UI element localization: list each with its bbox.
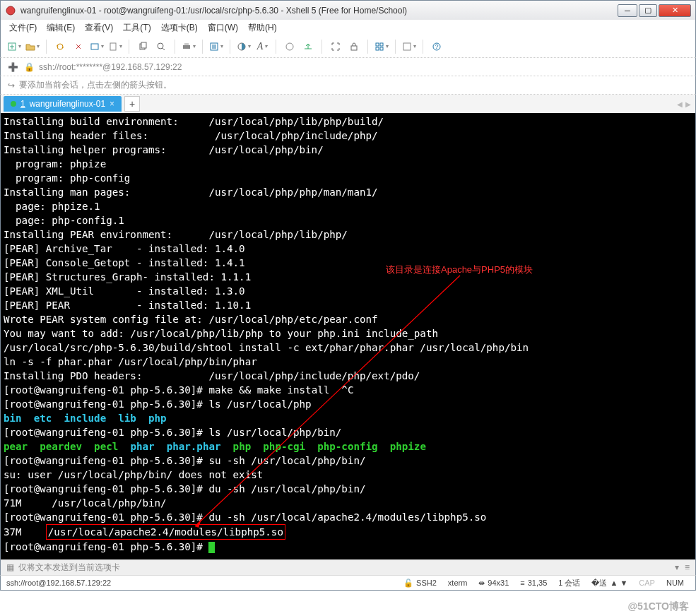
status-bar: ssh://root@192.168.57.129:22 🔓SSH2 xterm… bbox=[0, 575, 696, 591]
connected-indicator-icon bbox=[11, 101, 16, 107]
lock-icon: 🔒 bbox=[24, 62, 35, 72]
add-tab-button[interactable]: + bbox=[124, 96, 140, 112]
font-button[interactable]: A bbox=[254, 39, 270, 54]
disconnect-button[interactable] bbox=[71, 39, 86, 54]
script-button[interactable] bbox=[401, 39, 417, 54]
svg-rect-16 bbox=[380, 47, 383, 50]
send-icon[interactable]: ▦ bbox=[6, 562, 14, 572]
window-buttons: ─ ▢ ✕ bbox=[616, 4, 691, 17]
hint-arrow-icon[interactable]: ↪ bbox=[8, 81, 15, 90]
svg-rect-15 bbox=[376, 47, 379, 50]
xftp-button[interactable] bbox=[300, 39, 316, 54]
status-position: 31,35 bbox=[528, 579, 548, 587]
close-button[interactable]: ✕ bbox=[659, 4, 691, 17]
open-button[interactable] bbox=[25, 39, 40, 54]
menu-file[interactable]: 文件(F) bbox=[6, 20, 40, 35]
menu-window[interactable]: 窗口(W) bbox=[205, 20, 241, 35]
svg-rect-14 bbox=[380, 43, 383, 46]
lock-button[interactable] bbox=[346, 39, 362, 54]
annotation-label: 该目录是连接Apache与PHP5的模块 bbox=[386, 263, 533, 277]
svg-rect-12 bbox=[351, 46, 357, 50]
xagent-button[interactable] bbox=[282, 39, 297, 54]
status-size: 94x31 bbox=[488, 579, 509, 587]
tab-prev-icon[interactable]: ◀ bbox=[677, 100, 683, 108]
menu-bar: 文件(F) 编辑(E) 查看(V) 工具(T) 选项卡(B) 窗口(W) 帮助(… bbox=[0, 20, 696, 35]
send-text[interactable]: 仅将文本发送到当前选项卡 bbox=[18, 562, 120, 574]
svg-point-11 bbox=[286, 43, 293, 50]
svg-rect-17 bbox=[403, 43, 411, 50]
copy-button[interactable] bbox=[135, 39, 151, 54]
size-icon: ⇼ bbox=[478, 579, 485, 588]
tab-label: wangruifenglinux-01 bbox=[30, 99, 105, 109]
maximize-button[interactable]: ▢ bbox=[639, 4, 657, 17]
find-button[interactable] bbox=[153, 39, 169, 54]
send-dropdown-icon[interactable]: ▾ bbox=[675, 562, 679, 572]
app-icon bbox=[5, 5, 16, 16]
address-text[interactable]: ssh://root:********@192.168.57.129:22 bbox=[39, 62, 182, 72]
session-tab[interactable]: 1 wangruifenglinux-01 × bbox=[4, 96, 122, 112]
menu-edit[interactable]: 编辑(E) bbox=[44, 20, 78, 35]
log-button[interactable] bbox=[107, 39, 123, 54]
menu-tools[interactable]: 工具(T) bbox=[120, 20, 153, 35]
window-title: wangruifenglinux-01 - root@wangruifeng-0… bbox=[20, 6, 616, 16]
menu-tab[interactable]: 选项卡(B) bbox=[158, 20, 201, 35]
hint-text: 要添加当前会话，点击左侧的箭头按钮。 bbox=[19, 79, 172, 91]
minimize-button[interactable]: ─ bbox=[618, 4, 637, 17]
tile-button[interactable] bbox=[374, 39, 389, 54]
toolbar: A ? bbox=[0, 35, 696, 58]
fullscreen-button[interactable] bbox=[328, 39, 343, 54]
print-button[interactable] bbox=[181, 39, 196, 54]
help-button[interactable]: ? bbox=[429, 39, 444, 54]
status-term-type: xterm bbox=[448, 579, 468, 587]
menu-view[interactable]: 查看(V) bbox=[82, 20, 116, 35]
tab-bar: 1 wangruifenglinux-01 × + ◀ ▶ bbox=[0, 95, 696, 113]
profile-button[interactable] bbox=[89, 39, 105, 54]
send-menu-icon[interactable]: ≡ bbox=[685, 562, 690, 572]
svg-rect-13 bbox=[376, 43, 379, 46]
svg-rect-8 bbox=[184, 43, 189, 45]
tab-next-icon[interactable]: ▶ bbox=[685, 100, 691, 108]
svg-text:?: ? bbox=[435, 43, 438, 50]
properties-button[interactable] bbox=[208, 39, 224, 54]
svg-rect-2 bbox=[91, 44, 98, 49]
svg-rect-7 bbox=[183, 45, 190, 49]
tab-number: 1 bbox=[20, 99, 25, 109]
hint-bar: ↪ 要添加当前会话，点击左侧的箭头按钮。 bbox=[0, 76, 696, 95]
address-bar: ➕ 🔒 ssh://root:********@192.168.57.129:2… bbox=[0, 58, 696, 76]
svg-rect-5 bbox=[141, 42, 146, 48]
link-icon: �送 bbox=[591, 578, 607, 588]
pos-icon: ≡ bbox=[520, 579, 524, 587]
status-protocol: SSH2 bbox=[416, 579, 437, 587]
tab-close-icon[interactable]: × bbox=[110, 99, 114, 109]
reconnect-button[interactable] bbox=[52, 39, 68, 54]
status-sessions: 1 会话 bbox=[558, 578, 580, 588]
send-bar: ▦ 仅将文本发送到当前选项卡 ▾ ≡ bbox=[0, 559, 696, 575]
svg-rect-3 bbox=[110, 43, 116, 50]
add-session-icon[interactable]: ➕ bbox=[8, 62, 18, 72]
status-num: NUM bbox=[666, 579, 684, 587]
watermark: @51CTO博客 bbox=[627, 600, 689, 613]
status-cap: CAP bbox=[639, 579, 655, 587]
menu-help[interactable]: 帮助(H) bbox=[245, 20, 280, 35]
title-bar: wangruifenglinux-01 - root@wangruifeng-0… bbox=[0, 0, 696, 20]
svg-point-6 bbox=[158, 43, 163, 49]
lock-status-icon: 🔓 bbox=[403, 579, 413, 588]
status-connection: ssh://root@192.168.57.129:22 bbox=[6, 579, 111, 587]
terminal-output[interactable]: Installing build environment: /usr/local… bbox=[0, 113, 696, 559]
color-scheme-button[interactable] bbox=[236, 39, 252, 54]
new-session-button[interactable] bbox=[6, 39, 22, 54]
svg-point-0 bbox=[6, 6, 15, 15]
